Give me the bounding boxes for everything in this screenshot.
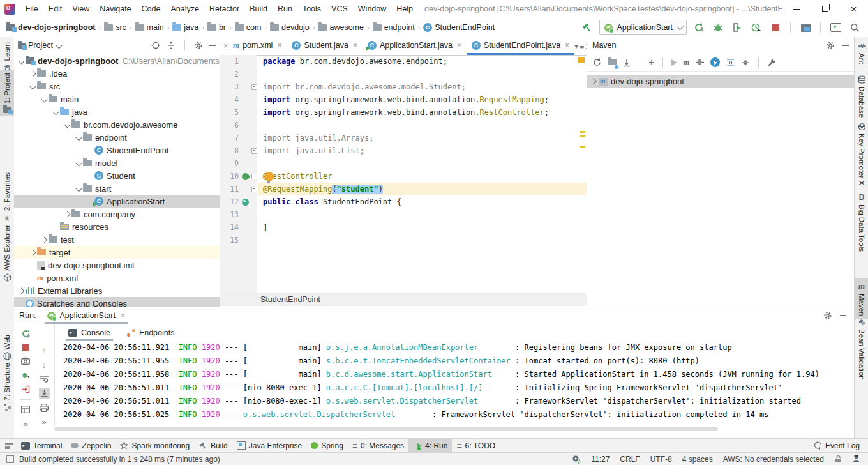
close-button[interactable] <box>839 0 868 18</box>
tree-item-iml[interactable]: dev-dojo-springboot.iml <box>14 259 220 271</box>
stripe-ant[interactable]: Ant <box>855 40 868 66</box>
menu-navigate[interactable]: Navigate <box>94 4 136 13</box>
toolwindow-spark-monitoring[interactable]: Spark monitoring <box>116 439 194 453</box>
tab-studentendpoint-java[interactable]: StudentEndPoint.java <box>467 37 574 55</box>
tree-item-test[interactable]: test <box>14 233 220 246</box>
menu-edit[interactable]: Edit <box>43 4 68 13</box>
collapse-all-icon[interactable] <box>167 41 176 50</box>
skip-tests-icon[interactable] <box>726 58 735 67</box>
chevron-down-icon[interactable] <box>29 83 36 89</box>
chevron-down-icon[interactable] <box>64 121 70 128</box>
breadcrumb-src[interactable]: src <box>104 23 126 32</box>
exit-icon[interactable] <box>21 385 30 393</box>
chevron-right-icon[interactable] <box>29 70 36 77</box>
restore-button[interactable] <box>811 0 839 18</box>
encoding-widget[interactable]: UTF-8 <box>650 455 672 464</box>
event-log-button[interactable]: Event Log <box>809 439 864 453</box>
spring-bean-gutter-icon[interactable] <box>242 199 249 206</box>
chevron-right-icon[interactable] <box>590 79 597 85</box>
tree-item-external-libraries[interactable]: External Libraries <box>14 284 220 297</box>
more-actions-icon[interactable] <box>23 419 27 429</box>
chevron-down-icon[interactable] <box>75 134 82 141</box>
stripe-key-promoter[interactable]: Key Promoter X <box>855 120 868 188</box>
add-profile-icon[interactable]: + <box>648 57 654 68</box>
tree-item-endpoint[interactable]: endpoint <box>14 131 220 144</box>
download-sources-icon[interactable] <box>622 58 631 67</box>
code-area[interactable]: 1package br.com.devdojo.awesome.endpoint… <box>220 55 587 293</box>
tab-pom-xml[interactable]: pom.xml <box>228 37 287 55</box>
tree-item-src[interactable]: src <box>14 80 220 93</box>
line-separator-widget[interactable]: CRLF <box>620 455 640 464</box>
menu-run[interactable]: Run <box>273 4 297 13</box>
stop-icon[interactable] <box>22 344 29 351</box>
soft-wrap-icon[interactable] <box>40 375 49 383</box>
spring-bean-gutter-icon[interactable] <box>240 171 250 181</box>
warning-stripe-mark[interactable] <box>580 146 585 148</box>
menu-tools[interactable]: Tools <box>297 4 326 13</box>
tree-item-student[interactable]: Student <box>14 169 220 182</box>
scroll-to-end-button[interactable] <box>39 388 50 399</box>
breadcrumb-main[interactable]: main <box>135 23 164 32</box>
tree-item-applicationstart[interactable]: ApplicationStart <box>14 195 220 208</box>
reimport-icon[interactable] <box>592 57 602 67</box>
tab-close-icon[interactable] <box>457 41 461 50</box>
minimize-button[interactable] <box>782 0 811 18</box>
stripe-database[interactable]: Database <box>855 73 868 120</box>
tree-item-scratches[interactable]: Scratches and Consoles <box>14 297 220 307</box>
maven-project-row[interactable]: dev-dojo-springboot <box>587 75 854 88</box>
tree-item-idea[interactable]: .idea <box>14 67 220 80</box>
tree-item-root[interactable]: dev-dojo-springbootC:\Users\Allan\Docume… <box>14 54 220 67</box>
clock-widget[interactable]: 11:27 <box>591 455 610 464</box>
stripe-maven[interactable]: Maven <box>855 278 868 319</box>
toolwindow-zeppelin[interactable]: Zeppelin <box>66 439 116 453</box>
thread-dump-camera-icon[interactable] <box>21 357 30 365</box>
prev-occurrence-icon[interactable] <box>42 346 47 355</box>
tree-item-pom[interactable]: pom.xml <box>14 271 220 284</box>
stripe-bean-validation[interactable]: Bean Validation <box>855 316 868 383</box>
hide-panel-icon[interactable] <box>840 315 846 316</box>
run-configuration-select[interactable]: ApplicationStart <box>599 20 687 35</box>
tab-endpoints[interactable]: Endpoints <box>127 324 175 341</box>
toolwindow-java-enterprise[interactable]: Java Enterprise <box>232 439 306 453</box>
stripe-big-data-tools[interactable]: D Big Data Tools <box>855 190 868 254</box>
execute-goal-icon[interactable] <box>695 58 705 66</box>
hide-panel-icon[interactable] <box>209 45 216 46</box>
restore-layout-icon[interactable] <box>21 406 30 413</box>
warning-stripe-mark[interactable] <box>580 135 585 137</box>
locate-icon[interactable] <box>151 41 160 50</box>
toolwindow-run[interactable]: 4: Run <box>408 439 452 453</box>
breadcrumb-class[interactable]: StudentEndPoint <box>423 23 495 32</box>
chevron-right-icon[interactable] <box>18 287 24 294</box>
hidden-tab-close-icon[interactable] <box>223 42 228 50</box>
tree-item-package[interactable]: br.com.devdojo.awesome <box>14 118 220 131</box>
chevron-right-icon[interactable] <box>29 249 36 255</box>
background-tasks-icon[interactable] <box>572 455 581 464</box>
aws-explorer-button[interactable] <box>798 20 812 34</box>
horizontal-scrollbar[interactable] <box>54 427 718 431</box>
stripe-aws-explorer[interactable]: AWS Explorer <box>0 222 14 284</box>
tab-student-java[interactable]: Student.java <box>287 37 363 55</box>
unlocked-icon[interactable] <box>834 455 842 463</box>
stop-button[interactable] <box>768 20 782 34</box>
status-message[interactable]: Build completed successfully in 1 s 248 … <box>19 455 220 464</box>
menu-code[interactable]: Code <box>137 4 166 13</box>
chevron-right-icon[interactable] <box>41 236 47 243</box>
search-everywhere-button[interactable] <box>848 20 862 34</box>
hide-panel-icon[interactable] <box>842 45 849 46</box>
tool-window-switcher-icon[interactable] <box>5 443 13 449</box>
tree-item-studentendpoint[interactable]: StudentEndPoint <box>14 144 220 156</box>
build-hammer-button[interactable] <box>580 20 594 34</box>
stripe-web[interactable]: Web <box>0 332 14 363</box>
chevron-down-icon[interactable] <box>75 160 82 166</box>
gear-icon[interactable] <box>823 311 832 320</box>
console-output[interactable]: 2020-04-06 20:56:11.921 INFO 1920 --- [ … <box>54 341 854 438</box>
tree-item-model[interactable]: model <box>14 156 220 169</box>
breadcrumb-com[interactable]: com <box>235 23 262 32</box>
rerun-icon[interactable] <box>21 329 31 339</box>
tab-close-icon[interactable] <box>353 41 357 50</box>
attach-debugger-icon[interactable] <box>21 370 31 379</box>
warning-stripe-mark[interactable] <box>580 131 585 133</box>
menu-build[interactable]: Build <box>244 4 273 13</box>
run-maven-goal-icon[interactable] <box>671 59 677 66</box>
generate-sources-button[interactable] <box>608 57 617 67</box>
